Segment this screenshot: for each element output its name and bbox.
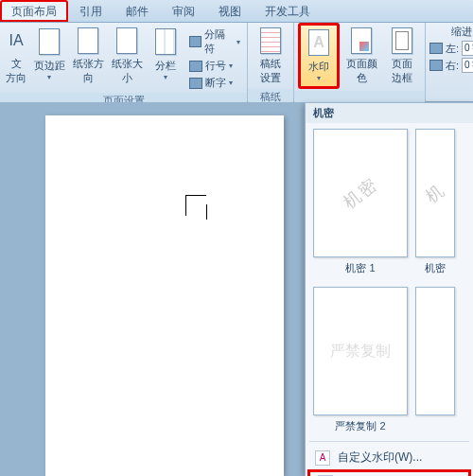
thumb-text: 机密 [339,172,382,214]
thumb-label: 机密 [425,261,446,275]
hyphenation-button[interactable]: 断字▾ [186,75,243,91]
label: 文 方向 [6,57,26,85]
orientation-button[interactable]: 纸张方向 [70,25,106,87]
tab-mail[interactable]: 邮件 [114,0,161,22]
document-page[interactable] [45,115,284,476]
label: 页面颜色 [344,57,378,85]
page-border-button[interactable]: 页面 边框 [383,25,421,87]
indent-left-input[interactable]: 0 字 [462,41,473,56]
indent-heading: 缩进 [429,25,473,39]
watermark-icon [308,29,329,56]
thumb-label: 机密 1 [345,261,375,275]
thumb-label: 严禁复制 2 [335,419,385,433]
label: 纸张大小 [111,57,143,85]
margins-button[interactable]: 页边距 ▾ [31,25,67,87]
page-color-button[interactable]: 页面颜色 [342,25,380,87]
tab-developer[interactable]: 开发工具 [254,0,323,22]
watermark-thumb-partial[interactable] [415,287,455,415]
group-page-setup: IA 文 方向 页边距 ▾ 纸张方向 纸张大小 分栏 ▾ 分 [0,23,248,101]
label: 分栏 [155,59,176,73]
menu-label: 自定义水印(W)... [338,450,422,466]
page-setup-small: 分隔符▾ 行号▾ 断字▾ [186,25,243,91]
group-page-background: 水印 ▾ 页面颜色 页面 边框 [294,23,426,101]
thumb-text: 严禁复制 [330,342,391,361]
group-indent: 缩进 左: 0 字 右: 0 字 [426,23,473,101]
divider [309,441,469,442]
ribbon: IA 文 方向 页边距 ▾ 纸张方向 纸张大小 分栏 ▾ 分 [0,23,473,102]
watermark-thumb-confidential-1[interactable]: 机密 [313,129,408,257]
watermark-gallery: 机密 机密 机密 1 机 机密 严禁复制 严禁复制 2 A 自定义水 [305,102,473,476]
indent-left-icon [429,43,443,54]
line-numbers-button[interactable]: 行号▾ [186,58,243,74]
tab-review[interactable]: 审阅 [161,0,207,22]
chevron-down-icon: ▾ [317,74,321,82]
hyphenation-icon [189,78,202,89]
text-cursor [206,204,207,220]
tab-page-layout[interactable]: 页面布局 [0,0,68,22]
size-button[interactable]: 纸张大小 [109,25,145,87]
tab-view[interactable]: 视图 [207,0,254,22]
label: 稿纸 设置 [260,57,281,85]
label: 页边距 [34,59,65,73]
text-direction-button[interactable]: IA 文 方向 [4,25,28,87]
label: 页面 边框 [392,57,412,85]
chevron-down-icon: ▾ [47,73,51,81]
breaks-icon [189,36,201,47]
gallery-section-header: 机密 [306,103,473,123]
label: 水印 [308,60,329,74]
breaks-button[interactable]: 分隔符▾ [186,26,243,57]
indent-left-label: 左: [446,42,459,56]
custom-watermark-icon: A [315,450,330,466]
crop-mark-icon [185,195,206,216]
watermark-thumb-no-copy-2[interactable]: 严禁复制 [313,287,408,415]
tab-references[interactable]: 引用 [68,0,114,22]
ribbon-tabs: 页面布局 引用 邮件 审阅 视图 开发工具 [0,0,473,23]
line-numbers-icon [189,61,202,72]
watermark-button[interactable]: 水印 ▾ [298,23,340,89]
menu-remove-watermark[interactable]: ✕ 删除水印(R) [307,469,471,476]
chevron-down-icon: ▾ [164,73,167,81]
indent-right-input[interactable]: 0 字 [462,58,473,73]
thumb-text: 机 [421,178,450,207]
menu-custom-watermark[interactable]: A 自定义水印(W)... [306,446,473,469]
indent-right-icon [429,60,443,71]
group-manuscript: 稿纸 设置 稿纸 [248,23,294,101]
columns-button[interactable]: 分栏 ▾ [148,25,184,87]
label: 纸张方向 [72,57,104,85]
manuscript-settings-button[interactable]: 稿纸 设置 [252,25,289,87]
watermark-thumb-confidential-2[interactable]: 机 [415,129,455,257]
indent-right-label: 右: [446,59,459,73]
